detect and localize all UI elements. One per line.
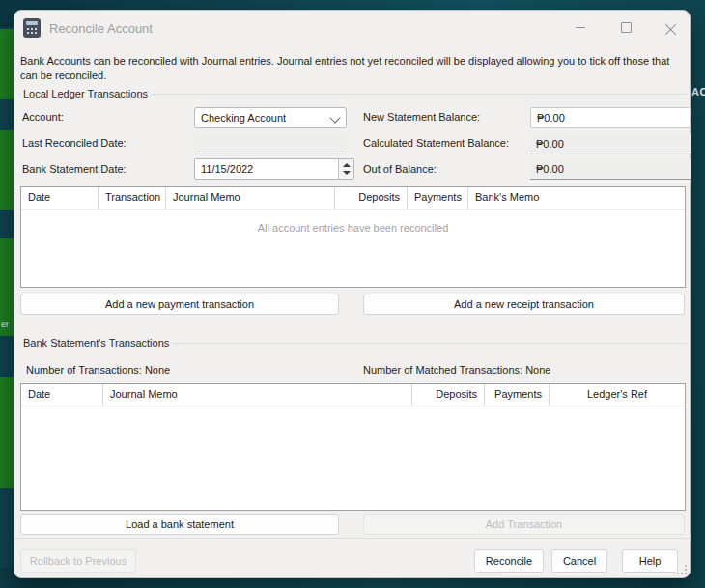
column-header-transaction[interactable]: Transaction [99, 187, 166, 209]
add-transaction-button: Add Transaction [363, 514, 685, 535]
spinner-down-icon[interactable] [343, 171, 351, 175]
reconcile-button[interactable]: Reconcile [474, 549, 544, 573]
column-header-journal-memo[interactable]: Journal Memo [103, 384, 412, 406]
rollback-to-previous-button: Rollback to Previous [20, 549, 136, 573]
column-header-date[interactable]: Date [21, 384, 103, 406]
empty-table-message: All account entries have been reconciled [21, 222, 685, 234]
bank-statement-group-label: Bank Statement's Transactions [19, 337, 173, 349]
new-statement-balance-label: New Statement Balance: [363, 111, 480, 123]
bank-statement-table[interactable]: Date Journal Memo Deposits Payments Ledg… [20, 383, 686, 511]
ledger-transactions-table[interactable]: Date Transaction Journal Memo Deposits P… [20, 186, 686, 288]
date-spinner[interactable] [338, 159, 353, 179]
new-statement-balance-input[interactable]: ₱0.00 [530, 107, 691, 128]
chevron-down-icon [329, 112, 340, 123]
last-reconciled-date-label: Last Reconciled Date: [22, 137, 127, 149]
column-header-payments[interactable]: Payments [408, 187, 468, 209]
close-button[interactable] [655, 14, 686, 40]
calculated-statement-balance-label: Calculated Statement Balance: [363, 137, 509, 149]
bank-statement-date-label: Bank Statement Date: [22, 163, 127, 175]
background-text-fragment-left: er [1, 320, 9, 329]
spinner-up-icon[interactable] [343, 163, 351, 167]
column-header-payments[interactable]: Payments [485, 384, 550, 406]
column-header-journal-memo[interactable]: Journal Memo [166, 187, 335, 209]
transactions-count: Number of Transactions: None [26, 364, 170, 376]
title-bar[interactable]: Reconcile Account [14, 11, 690, 45]
close-icon [665, 22, 676, 33]
out-of-balance-label: Out of Balance: [363, 163, 437, 175]
account-dropdown[interactable]: Checking Account [194, 107, 347, 128]
calculator-icon [23, 18, 41, 38]
background-text-fragment-right: ACC [691, 86, 705, 98]
table-header-row: Date Journal Memo Deposits Payments Ledg… [21, 384, 685, 406]
column-header-deposits[interactable]: Deposits [412, 384, 485, 406]
help-button[interactable]: Help [622, 549, 678, 573]
table-header-row: Date Transaction Journal Memo Deposits P… [21, 187, 685, 210]
column-header-banks-memo[interactable]: Bank's Memo [468, 187, 685, 209]
load-bank-statement-button[interactable]: Load a bank statement [20, 514, 339, 535]
account-dropdown-value: Checking Account [201, 112, 286, 124]
background-sidebar-strip [0, 27, 14, 568]
bank-statement-date-value: 11/15/2022 [201, 163, 253, 175]
minimize-icon [576, 27, 585, 28]
maximize-button[interactable] [610, 14, 641, 40]
sidebar-green-segment [0, 377, 14, 488]
column-header-date[interactable]: Date [21, 187, 99, 209]
column-header-ledgers-ref[interactable]: Ledger's Ref [550, 384, 685, 406]
resize-grip[interactable] [678, 566, 687, 574]
maximize-icon [621, 22, 632, 33]
sidebar-green-segment [0, 29, 14, 99]
dialog-description: Bank Accounts can be reconciled with Jou… [20, 54, 689, 83]
add-payment-transaction-button[interactable]: Add a new payment transaction [20, 294, 339, 315]
cancel-button[interactable]: Cancel [551, 549, 607, 573]
bank-statement-date-input[interactable]: 11/15/2022 [194, 158, 354, 180]
out-of-balance-field: ₱0.00 [530, 159, 691, 180]
footer-divider [14, 538, 690, 539]
screen: { "window": { "title": "Reconcile Accoun… [0, 0, 705, 588]
minimize-button[interactable] [565, 14, 596, 40]
window-title: Reconcile Account [49, 21, 153, 36]
add-receipt-transaction-button[interactable]: Add a new receipt transaction [363, 294, 685, 315]
local-ledger-group-label: Local Ledger Transactions [19, 88, 152, 99]
column-header-deposits[interactable]: Deposits [335, 187, 408, 209]
sidebar-green-segment [0, 130, 14, 210]
account-label: Account: [22, 111, 64, 123]
matched-transactions-count: Number of Matched Transactions: None [363, 364, 550, 376]
last-reconciled-date-field [194, 134, 347, 154]
calculated-statement-balance-field: ₱0.00 [530, 134, 691, 154]
reconcile-account-dialog: Reconcile Account Bank Accounts can be r… [14, 10, 691, 578]
